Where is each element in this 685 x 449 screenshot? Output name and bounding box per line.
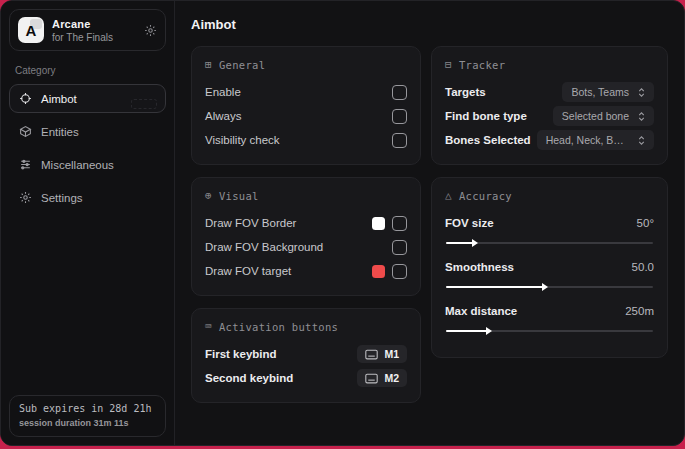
brand-text: Arcane for The Finals [52, 18, 136, 43]
row-label: Draw FOV Background [205, 241, 323, 253]
visual-icon: ⊕ [205, 189, 212, 202]
second-keybind-button[interactable]: M2 [357, 369, 407, 387]
row-label: FOV size [445, 217, 494, 229]
gear-icon[interactable] [144, 24, 157, 37]
keyboard-icon: ⌨ [205, 320, 212, 333]
row-label: Draw FOV Border [205, 217, 296, 229]
row-label: Targets [445, 86, 486, 98]
always-checkbox[interactable] [392, 109, 407, 124]
row-draw-fov-background: Draw FOV Background [205, 236, 407, 258]
chevrons-up-down-icon [636, 87, 647, 98]
row-find-bone-type: Find bone type Selected bone [445, 105, 654, 127]
category-nav: Aimbot Entities Miscellaneous [9, 84, 166, 212]
brand-logo: A [18, 17, 44, 43]
row-label: Find bone type [445, 110, 527, 122]
targets-dropdown[interactable]: Bots, Teams [562, 82, 654, 102]
row-targets: Targets Bots, Teams [445, 81, 654, 103]
draw-fov-background-checkbox[interactable] [392, 240, 407, 255]
row-label: Enable [205, 86, 241, 98]
dropdown-value: Head, Neck, Body, Pe.. [546, 134, 629, 146]
row-draw-fov-target: Draw FOV target [205, 260, 407, 282]
row-smoothness: Smoothness 50.0 [445, 256, 654, 278]
row-label: Second keybind [205, 372, 293, 384]
general-panel-title: ⊞ General [205, 58, 407, 71]
sidebar-item-entities[interactable]: Entities [9, 117, 166, 146]
category-label: Category [15, 65, 160, 76]
keyboard-icon [365, 349, 378, 360]
sidebar-item-miscellaneous[interactable]: Miscellaneous [9, 150, 166, 179]
keybind-value: M2 [384, 372, 399, 384]
dropdown-value: Selected bone [562, 110, 629, 122]
row-enable: Enable [205, 81, 407, 103]
visual-panel: ⊕ Visual Draw FOV Border Draw FOV Backgr… [191, 177, 421, 296]
fov-size-slider[interactable] [446, 239, 653, 247]
sliders-icon [19, 158, 32, 171]
page-title: Aimbot [191, 17, 668, 32]
draw-fov-border-checkbox[interactable] [392, 216, 407, 231]
find-bone-type-dropdown[interactable]: Selected bone [553, 106, 654, 126]
sidebar-item-label: Entities [41, 126, 79, 138]
row-fov-size: FOV size 50° [445, 212, 654, 234]
keyboard-icon [365, 373, 378, 384]
chevrons-up-down-icon [636, 135, 647, 146]
tracker-icon: ⊟ [445, 58, 452, 71]
row-visibility-check: Visibility check [205, 129, 407, 151]
bones-selected-dropdown[interactable]: Head, Neck, Body, Pe.. [537, 130, 654, 150]
activation-panel-title: ⌨ Activation buttons [205, 320, 407, 333]
smoothness-slider[interactable] [446, 283, 653, 291]
enable-checkbox[interactable] [392, 85, 407, 100]
grid-icon: ⊞ [205, 58, 212, 71]
row-draw-fov-border: Draw FOV Border [205, 212, 407, 234]
visual-panel-title: ⊕ Visual [205, 189, 407, 202]
chevrons-up-down-icon [636, 111, 647, 122]
row-always: Always [205, 105, 407, 127]
visibility-check-checkbox[interactable] [392, 133, 407, 148]
brand-name: Arcane [52, 18, 136, 30]
keybind-hint [131, 99, 157, 109]
session-duration-text: session duration 31m 11s [19, 418, 156, 428]
fov-target-color-swatch[interactable] [372, 265, 385, 278]
max-distance-slider[interactable] [446, 327, 653, 335]
gear-icon [19, 191, 32, 204]
sidebar-item-label: Aimbot [41, 93, 77, 105]
row-label: Draw FOV target [205, 265, 291, 277]
draw-fov-target-checkbox[interactable] [392, 264, 407, 279]
brand-subtitle: for The Finals [52, 32, 136, 43]
sidebar-item-label: Settings [41, 192, 83, 204]
fov-border-color-swatch[interactable] [372, 217, 385, 230]
sub-expiry-text: Sub expires in 28d 21h [19, 403, 156, 414]
tracker-panel: ⊟ Tracker Targets Bots, Teams [431, 46, 668, 165]
smoothness-value: 50.0 [632, 261, 654, 273]
crosshair-icon [19, 92, 32, 105]
slider-fill [446, 330, 487, 332]
fov-size-value: 50° [637, 217, 654, 229]
row-second-keybind: Second keybind M2 [205, 367, 407, 389]
sidebar-item-label: Miscellaneous [41, 159, 114, 171]
row-first-keybind: First keybind M1 [205, 343, 407, 365]
max-distance-value: 250m [625, 305, 654, 317]
row-label: Bones Selected [445, 134, 531, 146]
row-label: First keybind [205, 348, 277, 360]
row-label: Visibility check [205, 134, 280, 146]
keybind-value: M1 [384, 348, 399, 360]
first-keybind-button[interactable]: M1 [357, 345, 407, 363]
sidebar-item-aimbot[interactable]: Aimbot [9, 84, 166, 113]
tracker-panel-title: ⊟ Tracker [445, 58, 654, 71]
accuracy-panel: △ Accuracy FOV size 50° Smoothness 50.0 [431, 177, 668, 358]
subscription-info: Sub expires in 28d 21h session duration … [9, 395, 166, 437]
row-label: Max distance [445, 305, 517, 317]
row-label: Smoothness [445, 261, 514, 273]
brand-header: A Arcane for The Finals [9, 9, 166, 51]
app-window: A Arcane for The Finals Category [0, 0, 685, 446]
brand-initial: A [26, 22, 37, 39]
general-panel: ⊞ General Enable Always Visibility check [191, 46, 421, 165]
sidebar: A Arcane for The Finals Category [1, 1, 175, 445]
sidebar-item-settings[interactable]: Settings [9, 183, 166, 212]
row-max-distance: Max distance 250m [445, 300, 654, 322]
accuracy-panel-title: △ Accuracy [445, 189, 654, 202]
row-label: Always [205, 110, 241, 122]
dropdown-value: Bots, Teams [571, 86, 629, 98]
triangle-icon: △ [445, 189, 452, 202]
entities-icon [19, 125, 32, 138]
slider-fill [446, 242, 473, 244]
